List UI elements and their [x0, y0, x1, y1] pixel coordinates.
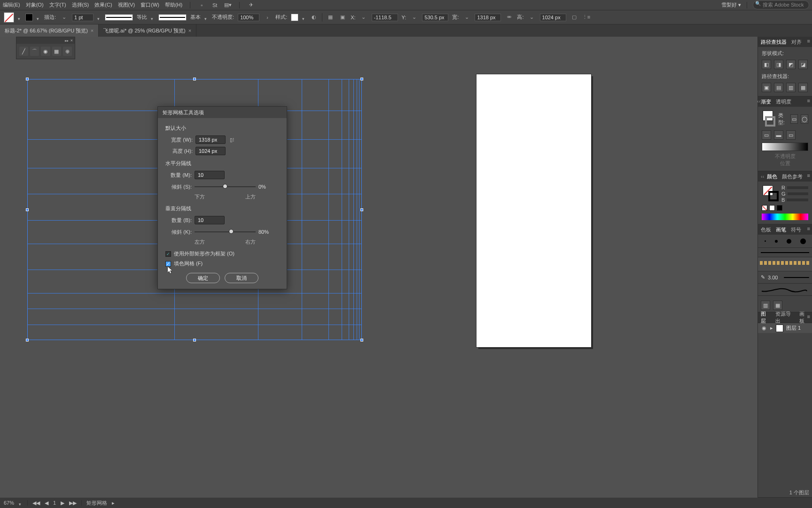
brush-size-presets[interactable] [758, 235, 812, 248]
tab-layers[interactable]: 图层 [761, 310, 771, 325]
user-menu[interactable]: 雪梨好 ▾ [721, 1, 741, 8]
stroke-grad-2-icon[interactable]: ▬ [774, 130, 783, 140]
none-swatch-icon[interactable] [762, 205, 767, 211]
canvas-workspace[interactable]: ▸▸ × ╱ ⌒ ◉ ▦ ⊕ [0, 37, 757, 498]
layer-name[interactable]: 图层 1 [786, 325, 801, 332]
black-swatch[interactable] [777, 205, 782, 211]
menu-object[interactable]: 对象(O) [26, 1, 44, 8]
h-input[interactable]: 1024 px [540, 14, 566, 21]
gradient-bar[interactable] [762, 143, 808, 151]
menu-type[interactable]: 文字(T) [49, 1, 66, 8]
stroke-dropdown-icon[interactable] [37, 16, 40, 19]
recolor-icon[interactable]: ◐ [310, 13, 318, 22]
panel-menu-icon[interactable]: ≡ [807, 314, 810, 319]
artboard-nav-next-icon[interactable]: ▶▶ [69, 500, 77, 506]
transform-icon[interactable]: ▣ [338, 13, 347, 22]
brush-dd-icon[interactable] [204, 16, 208, 19]
fill-swatch[interactable] [4, 12, 14, 23]
brush-libs-icon[interactable]: ▥ [761, 301, 770, 310]
zoom-dd-icon[interactable] [19, 501, 23, 505]
drawing-tools-palette[interactable]: ▸▸ × ╱ ⌒ ◉ ▦ ⊕ [16, 37, 75, 59]
opacity-input[interactable]: 100% [238, 14, 259, 21]
stroke-grad-1-icon[interactable]: ▭ [762, 130, 771, 140]
pattern-brush-sample[interactable] [758, 257, 812, 271]
visibility-icon[interactable]: ◉ [761, 325, 767, 331]
stepper-down-icon[interactable]: ⌄ [60, 13, 68, 22]
line-tool-icon[interactable]: ╱ [19, 47, 28, 56]
menu-view[interactable]: 视图(V) [118, 1, 135, 8]
h-skew-slider[interactable] [195, 182, 256, 191]
stepper-icon[interactable]: ⌄ [359, 13, 368, 22]
remove-stroke-icon[interactable]: ▦ [773, 301, 782, 310]
use-outer-rect-checkbox[interactable]: ✓ 使用外部矩形作为框架 (O) [165, 250, 279, 257]
fill-grid-checkbox[interactable]: ✓ 填色网格 (F) [165, 260, 279, 267]
minus-front-icon[interactable]: ◨ [774, 60, 783, 69]
doc-tab-1[interactable]: 标题-2* @ 66.67% (RGB/GPU 预览) × [0, 24, 99, 37]
artboard-nav-prev-icon[interactable]: ◀◀ [32, 500, 40, 506]
align-icon[interactable]: ▦ [326, 13, 335, 22]
menu-help[interactable]: 帮助(H) [165, 1, 182, 8]
brush-definition[interactable] [158, 14, 187, 21]
intersect-icon[interactable]: ◩ [786, 60, 796, 69]
menu-effect[interactable]: 效果(C) [94, 1, 112, 8]
panel-menu-icon[interactable]: ≡ [807, 173, 810, 178]
radial-grad-icon[interactable]: ◯ [801, 114, 808, 124]
stroke-weight-dd-icon[interactable] [97, 16, 101, 19]
zoom-level[interactable]: 67% [4, 500, 14, 506]
color-spectrum[interactable] [762, 214, 808, 220]
artboard-nav-fwd-icon[interactable]: ▶ [61, 500, 64, 506]
exclude-icon[interactable]: ◪ [798, 60, 808, 69]
menu-select[interactable]: 选择(S) [72, 1, 89, 8]
palette-collapse-icon[interactable]: ▸▸ [65, 39, 69, 43]
y-input[interactable]: 530.5 px [422, 14, 448, 21]
panel-menu-icon[interactable]: ≡ [807, 98, 810, 103]
expand-icon[interactable]: ▸ [770, 325, 773, 331]
palette-close-icon[interactable]: × [70, 38, 73, 43]
rectangular-grid-tool-icon[interactable]: ▦ [52, 47, 61, 56]
artboard-nav-back-icon[interactable]: ◀ [45, 500, 48, 506]
close-tab-icon[interactable]: × [91, 28, 94, 33]
trim-icon[interactable]: ▤ [774, 83, 783, 92]
spiral-tool-icon[interactable]: ◉ [41, 47, 50, 56]
polar-grid-tool-icon[interactable]: ⊕ [63, 47, 72, 56]
share-icon[interactable]: ✈ [247, 1, 255, 9]
gradient-fillstroke[interactable] [763, 111, 775, 127]
doc-tab-2[interactable]: 飞摆呢.ai* @ 25% (RGB/GPU 预览) × [99, 24, 196, 37]
shape-prop-icon[interactable]: ▢ [570, 13, 578, 22]
panel-menu-icon[interactable]: ≡ [807, 226, 810, 231]
stepper-icon[interactable]: ⌄ [410, 13, 418, 22]
white-swatch[interactable] [769, 205, 775, 211]
merge-icon[interactable]: ▥ [786, 83, 796, 92]
tab-color-guide[interactable]: 颜色参考 [782, 173, 803, 180]
brush-row[interactable]: ✎ 3.00 [758, 271, 812, 284]
fill-stroke-indicator[interactable] [763, 185, 779, 201]
tab-asset-export[interactable]: 资源导出 [775, 310, 795, 325]
chevron-right-icon[interactable]: › [263, 13, 272, 22]
ok-button[interactable]: 确定 [186, 273, 220, 283]
menu-window[interactable]: 窗口(W) [141, 1, 159, 8]
tab-symbols[interactable]: 符号 [791, 226, 801, 233]
style-swatch[interactable] [291, 14, 298, 21]
constrain-proportions-icon[interactable]: ▯⁝ [228, 136, 236, 143]
link-wh-icon[interactable]: ⚮ [505, 13, 513, 22]
arc-tool-icon[interactable]: ⌒ [30, 47, 39, 56]
stepper-icon[interactable]: ⌄ [528, 13, 536, 22]
cancel-button[interactable]: 取消 [225, 273, 258, 283]
v-count-input[interactable] [195, 216, 225, 224]
tab-brushes[interactable]: 画笔 [776, 226, 786, 233]
h-count-input[interactable] [195, 171, 225, 179]
stock-icon[interactable]: St [211, 1, 219, 9]
status-more-icon[interactable]: ▸ [112, 500, 115, 506]
style-dd-icon[interactable] [302, 16, 306, 19]
more-icon[interactable]: ⋮≡ [582, 13, 591, 22]
var-width-dd-icon[interactable] [151, 16, 155, 19]
artboard-number[interactable]: 1 [53, 500, 56, 506]
tab-gradient[interactable]: ‹‹渐变 [761, 98, 771, 105]
adobe-stock-search[interactable]: 搜索 Adobe Stock [753, 0, 809, 9]
x-input[interactable]: -1118.5 [372, 14, 398, 21]
w-input[interactable]: 1318 px [475, 14, 501, 21]
close-tab-icon[interactable]: × [188, 28, 191, 33]
variable-width-profile[interactable] [105, 14, 133, 21]
artboard-blank[interactable] [476, 74, 591, 347]
v-skew-slider[interactable] [195, 227, 256, 237]
